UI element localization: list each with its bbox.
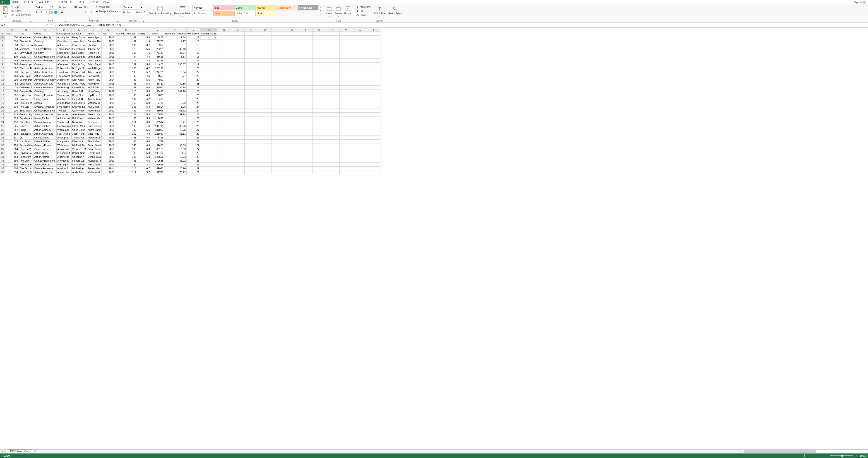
cell[interactable] — [326, 32, 339, 35]
cell[interactable]: 110 — [115, 101, 137, 105]
row-header[interactable]: 34 — [0, 159, 5, 163]
cell[interactable] — [244, 89, 258, 93]
cell[interactable]: Sarah Butle — [87, 147, 101, 151]
cell[interactable]: 625 — [5, 124, 19, 128]
cell[interactable]: 538 — [5, 70, 19, 74]
cell[interactable] — [312, 78, 326, 82]
ribbon-collapse-button[interactable]: ˄ — [866, 20, 867, 22]
cell[interactable] — [367, 120, 380, 124]
cell[interactable] — [312, 66, 326, 70]
cell[interactable] — [353, 105, 367, 109]
cell[interactable] — [200, 140, 217, 143]
cell[interactable] — [217, 101, 231, 105]
row-header[interactable]: 26 — [0, 128, 5, 132]
cell[interactable] — [231, 136, 244, 140]
cell[interactable] — [367, 132, 380, 136]
cell[interactable]: 94 — [115, 163, 137, 167]
cell[interactable] — [217, 155, 231, 159]
cell[interactable]: 8.83 — [164, 55, 186, 59]
cell[interactable]: 2016 — [101, 74, 115, 78]
cell[interactable]: 60133 — [151, 147, 164, 151]
cell[interactable] — [326, 159, 339, 163]
cell[interactable] — [231, 62, 244, 66]
cell[interactable] — [326, 132, 339, 136]
cell[interactable] — [272, 167, 285, 170]
cell[interactable] — [326, 55, 339, 59]
cell[interactable]: Drama — [33, 43, 56, 47]
cell[interactable] — [312, 163, 326, 167]
cell[interactable]: Action,Adventure — [33, 70, 56, 74]
cell[interactable]: Drama,Romance — [33, 120, 56, 124]
cell[interactable] — [367, 143, 380, 147]
cell[interactable]: A writer wh — [56, 147, 71, 151]
cell[interactable] — [217, 86, 231, 89]
cell[interactable] — [231, 39, 244, 43]
cell[interactable] — [326, 136, 339, 140]
cell[interactable]: Five marrie — [56, 105, 71, 109]
cell[interactable] — [285, 140, 299, 143]
cell[interactable]: 27 — [186, 128, 200, 132]
col-header-K[interactable]: K — [164, 28, 186, 32]
cell[interactable]: Babak Naja — [71, 151, 87, 155]
cell[interactable] — [272, 97, 285, 101]
cell[interactable] — [353, 147, 367, 151]
cell[interactable] — [312, 32, 326, 35]
cell[interactable]: 6.6 — [137, 120, 151, 124]
cell[interactable]: 2014 — [101, 78, 115, 82]
cell[interactable]: 27 — [186, 136, 200, 140]
cell[interactable] — [353, 167, 367, 170]
cell[interactable] — [200, 59, 217, 62]
cell[interactable]: 826 — [5, 116, 19, 120]
row-header[interactable]: 29 — [0, 140, 5, 143]
cell[interactable] — [217, 120, 231, 124]
cell[interactable] — [339, 105, 353, 109]
cell[interactable]: Robert Luk — [71, 159, 87, 163]
cell[interactable]: 4.6 — [137, 74, 151, 78]
cell[interactable] — [285, 124, 299, 128]
cell[interactable]: 5.8 — [137, 140, 151, 143]
col-header-T[interactable]: T — [299, 28, 312, 32]
cell[interactable]: 27 — [186, 140, 200, 143]
cell[interactable]: 23 — [186, 101, 200, 105]
cell[interactable] — [285, 35, 299, 39]
cell[interactable] — [299, 89, 312, 93]
cell[interactable]: 99 — [115, 151, 137, 155]
cell[interactable]: 109.18 — [164, 89, 186, 93]
cell[interactable]: I Spit on Yo — [19, 147, 34, 151]
cell[interactable] — [339, 132, 353, 136]
cell[interactable] — [272, 113, 285, 116]
row-header[interactable]: 7 — [0, 55, 5, 59]
cell[interactable]: 1427 — [151, 116, 164, 120]
cell[interactable]: When alier — [56, 128, 71, 132]
cell[interactable] — [217, 51, 231, 55]
cell[interactable] — [326, 59, 339, 62]
cell[interactable] — [272, 101, 285, 105]
cell[interactable]: 30.98 — [164, 86, 186, 89]
cell[interactable]: Comedy,Romance — [33, 159, 56, 163]
cell[interactable] — [285, 170, 299, 174]
cell[interactable] — [244, 170, 258, 174]
cell[interactable]: Action,Crime — [33, 151, 56, 155]
cell[interactable] — [231, 70, 244, 74]
cell[interactable] — [353, 43, 367, 47]
cell[interactable]: 4881 — [151, 78, 164, 82]
cell[interactable]: 5.5 — [137, 109, 151, 113]
zoom-out-button[interactable]: − — [826, 454, 828, 457]
cell[interactable] — [367, 86, 380, 89]
cell[interactable]: Barry Sonn — [71, 35, 87, 39]
cell[interactable]: 834 — [5, 170, 19, 174]
cell[interactable]: 53 — [5, 47, 19, 51]
cell[interactable]: 172558 — [151, 159, 164, 163]
cell[interactable] — [326, 167, 339, 170]
cell[interactable]: Reiko Ayles — [87, 163, 101, 167]
cell[interactable]: 788 — [5, 74, 19, 78]
cell[interactable] — [353, 163, 367, 167]
cell[interactable] — [258, 89, 272, 93]
cell[interactable]: Miles Telle — [87, 132, 101, 136]
row-header[interactable]: 17 — [0, 93, 5, 97]
cell[interactable]: 2015 — [101, 59, 115, 62]
cell[interactable] — [367, 124, 380, 128]
cell[interactable] — [217, 116, 231, 120]
cell[interactable] — [299, 59, 312, 62]
cell[interactable] — [217, 140, 231, 143]
